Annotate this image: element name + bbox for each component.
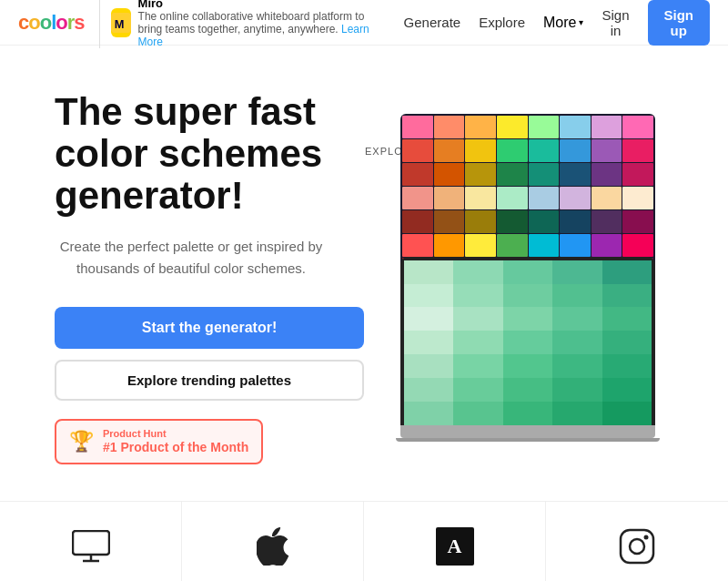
color-cell	[622, 210, 653, 233]
signin-button[interactable]: Sign in	[602, 7, 629, 38]
color-cell	[560, 163, 591, 186]
ph-text-area: Product Hunt #1 Product of the Month	[103, 428, 248, 455]
color-cell	[404, 260, 453, 284]
start-generator-button[interactable]: Start the generator!	[55, 307, 364, 349]
color-cell	[602, 331, 652, 354]
color-cell	[503, 284, 552, 308]
nav-more-dropdown[interactable]: More ▾	[543, 15, 583, 31]
color-cell	[497, 210, 528, 233]
color-cell	[602, 307, 652, 331]
color-cell	[560, 139, 591, 162]
color-cell	[592, 187, 622, 209]
color-cell	[592, 210, 622, 233]
color-cell	[402, 187, 433, 209]
hero-title: The super fast color schemes generator!	[55, 91, 364, 218]
color-cell	[622, 187, 653, 209]
product-hunt-badge[interactable]: 🏆 Product Hunt #1 Product of the Month	[55, 419, 263, 464]
color-cell	[560, 187, 591, 209]
color-cell	[404, 378, 453, 402]
color-cell	[560, 210, 591, 233]
nav-explore-link[interactable]: Explore	[479, 15, 525, 30]
color-cell	[552, 402, 602, 425]
laptop-illustration	[400, 257, 655, 442]
color-cell	[402, 210, 433, 233]
color-cell	[402, 139, 433, 162]
color-cell	[592, 234, 622, 257]
color-cell	[622, 163, 653, 186]
color-cell	[552, 378, 602, 402]
ad-description: The online collaborative whiteboard plat…	[138, 10, 365, 36]
color-cell	[503, 307, 552, 331]
color-cell	[503, 402, 552, 425]
ad-banner[interactable]: M Miro The online collaborative whiteboa…	[99, 0, 375, 48]
color-cell	[529, 116, 560, 138]
color-cell	[552, 331, 602, 354]
instagram-icon	[619, 528, 655, 565]
color-cell	[503, 354, 552, 378]
color-cell	[552, 354, 602, 378]
platforms-section: A	[0, 501, 728, 581]
platform-desktop[interactable]	[0, 502, 182, 581]
color-cell	[503, 378, 552, 402]
platform-instagram[interactable]	[546, 502, 728, 581]
signup-button[interactable]: Sign up	[648, 0, 711, 46]
color-cell	[497, 163, 528, 186]
color-cell	[552, 284, 602, 308]
color-cell	[434, 139, 465, 162]
color-cell	[497, 234, 528, 257]
hero-content: The super fast color schemes generator! …	[55, 91, 364, 464]
color-cell	[552, 307, 602, 331]
color-cell	[465, 139, 496, 162]
color-cell	[453, 284, 502, 308]
explore-palettes-button[interactable]: Explore trending palettes	[55, 360, 364, 401]
ad-text: Miro The online collaborative whiteboard…	[138, 0, 375, 48]
adobe-icon: A	[436, 527, 474, 566]
nav-generate-link[interactable]: Generate	[404, 15, 461, 30]
color-cell	[622, 116, 653, 138]
color-cell	[434, 116, 465, 138]
color-cell	[497, 139, 528, 162]
platform-adobe[interactable]: A	[364, 502, 546, 581]
color-cell	[560, 234, 591, 257]
ph-title: #1 Product of the Month	[103, 440, 248, 454]
color-cell	[529, 210, 560, 233]
nav-links: Generate Explore More ▾ Sign in Sign up	[404, 0, 710, 46]
color-cell	[529, 163, 560, 186]
ad-name: Miro	[138, 0, 375, 10]
color-cell	[497, 187, 528, 209]
laptop-screen-wrapper	[400, 257, 655, 425]
nav-more-label: More	[543, 15, 576, 31]
svg-text:M: M	[114, 16, 124, 30]
svg-rect-5	[621, 530, 653, 563]
svg-rect-2	[73, 531, 109, 555]
color-cell	[503, 260, 552, 284]
color-cell	[453, 331, 502, 354]
color-cell	[552, 260, 602, 284]
color-cell	[404, 331, 453, 354]
color-cell	[497, 116, 528, 138]
color-cell	[453, 378, 502, 402]
color-cell	[622, 234, 653, 257]
color-cell	[402, 116, 433, 138]
hero-subtitle: Create the perfect palette or get inspir…	[55, 236, 328, 280]
color-cell	[529, 139, 560, 162]
color-cell	[465, 187, 496, 209]
color-cell	[560, 116, 591, 138]
color-cell	[404, 354, 453, 378]
color-cell	[602, 378, 652, 402]
trophy-icon: 🏆	[69, 430, 94, 454]
laptop-foot	[396, 438, 660, 442]
navbar: coolors M Miro The online collaborative …	[0, 0, 728, 46]
color-cell	[465, 116, 496, 138]
ph-label: Product Hunt	[103, 428, 248, 439]
color-cell	[529, 234, 560, 257]
coolors-logo[interactable]: coolors	[18, 11, 85, 35]
color-cell	[453, 260, 502, 284]
color-cell	[465, 210, 496, 233]
platform-apple[interactable]	[182, 502, 364, 581]
laptop-screen	[404, 260, 652, 425]
chevron-down-icon: ▾	[579, 17, 583, 27]
color-cell	[402, 163, 433, 186]
miro-logo-icon: M	[111, 8, 131, 37]
laptop-base	[400, 425, 655, 438]
